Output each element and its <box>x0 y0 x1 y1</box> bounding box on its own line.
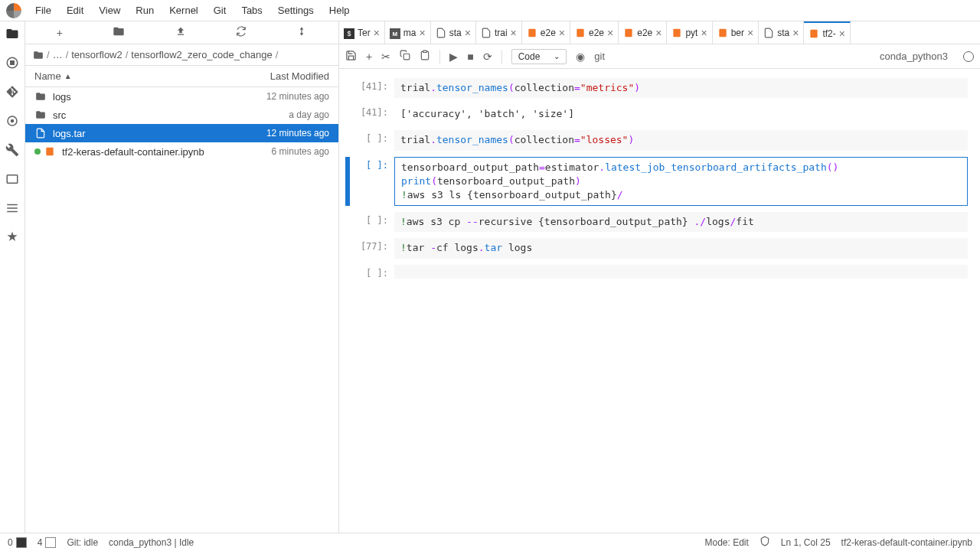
cell-content[interactable]: !aws s3 cp --recursive {tensorboard_outp… <box>394 212 968 232</box>
close-icon[interactable]: × <box>374 27 380 39</box>
file-row[interactable]: tf2-keras-default-container.ipynb6 minut… <box>25 142 338 161</box>
close-icon[interactable]: × <box>511 27 517 39</box>
tab[interactable]: e2e× <box>619 21 667 44</box>
tab[interactable]: ber× <box>713 21 760 44</box>
code-cell[interactable]: [ ]: <box>345 265 968 279</box>
git-label[interactable]: git <box>594 51 605 62</box>
add-cell-icon[interactable]: + <box>366 51 372 63</box>
cell-content[interactable] <box>394 265 968 279</box>
refresh-icon[interactable] <box>236 26 247 39</box>
status-trusted-icon[interactable] <box>760 536 770 549</box>
git-pull-icon[interactable] <box>296 26 307 39</box>
tab[interactable]: Mma× <box>385 21 431 44</box>
close-icon[interactable]: × <box>559 27 565 39</box>
code-cell[interactable]: [ ]:tensorboard_output_path=estimator.la… <box>345 157 968 207</box>
close-icon[interactable]: × <box>420 27 426 39</box>
extensions-icon[interactable] <box>5 230 20 245</box>
close-icon[interactable]: × <box>839 28 845 40</box>
save-icon[interactable] <box>345 50 357 64</box>
code-cell[interactable]: [ ]:!aws s3 cp --recursive {tensorboard_… <box>345 212 968 232</box>
menu-git[interactable]: Git <box>206 2 234 19</box>
new-folder-icon[interactable] <box>113 25 125 40</box>
svg-rect-6 <box>528 28 535 37</box>
cell-content[interactable]: trial.tensor_names(collection="losses") <box>394 130 968 150</box>
file-row[interactable]: logs12 minutes ago <box>25 87 338 106</box>
menu-help[interactable]: Help <box>322 2 358 19</box>
tab[interactable]: e2e× <box>522 21 570 44</box>
notebook-icon <box>623 28 634 38</box>
cell-type-label: Code <box>518 51 541 62</box>
breadcrumb-item[interactable]: tensorflow2 <box>71 49 122 60</box>
menu-run[interactable]: Run <box>128 2 162 19</box>
upload-icon[interactable] <box>175 26 186 39</box>
paste-icon[interactable] <box>420 50 430 63</box>
file-row[interactable]: srca day ago <box>25 106 338 124</box>
status-kernels[interactable]: 4 <box>38 537 57 548</box>
close-icon[interactable]: × <box>747 27 753 39</box>
file-list: logs12 minutes agosrca day agologs.tar12… <box>25 87 338 533</box>
status-git[interactable]: Git: idle <box>67 537 98 548</box>
command-icon[interactable]: ◉ <box>576 51 585 63</box>
close-icon[interactable]: × <box>792 27 799 39</box>
cell-content[interactable]: !tar -cf logs.tar logs <box>394 238 968 258</box>
menu-tabs[interactable]: Tabs <box>234 2 270 19</box>
copy-icon[interactable] <box>400 50 410 63</box>
code-cell[interactable]: [ ]:trial.tensor_names(collection="losse… <box>345 130 968 150</box>
cell-type-select[interactable]: Code ⌄ <box>511 49 567 64</box>
tab[interactable]: sta× <box>759 21 804 44</box>
toc-icon[interactable] <box>5 201 20 216</box>
menu-file[interactable]: File <box>28 2 59 19</box>
name-column[interactable]: Name <box>34 70 61 82</box>
commands-icon[interactable] <box>5 113 20 129</box>
output-cell[interactable]: [41]:['accuracy', 'batch', 'size'] <box>345 104 968 124</box>
status-terminals[interactable]: 0 <box>8 537 27 548</box>
notebook[interactable]: [41]:trial.tensor_names(collection="metr… <box>339 69 980 533</box>
cell-content[interactable]: tensorboard_output_path=estimator.latest… <box>394 157 968 207</box>
new-launcher-icon[interactable]: + <box>57 27 63 39</box>
menu-edit[interactable]: Edit <box>59 2 91 19</box>
tab[interactable]: tf2-× <box>804 21 851 44</box>
file-modified: 12 minutes ago <box>266 128 329 139</box>
tab[interactable]: pyt× <box>667 21 712 44</box>
file-modified: 6 minutes ago <box>272 146 329 157</box>
modified-column[interactable]: Last Modified <box>270 70 329 82</box>
close-icon[interactable]: × <box>465 27 471 39</box>
stop-icon[interactable]: ■ <box>467 51 473 63</box>
close-icon[interactable]: × <box>655 27 662 39</box>
status-kernel[interactable]: conda_python3 | Idle <box>109 537 194 548</box>
tabs-icon[interactable] <box>5 171 20 187</box>
restart-icon[interactable]: ⟳ <box>483 51 492 63</box>
menu-settings[interactable]: Settings <box>270 2 322 19</box>
breadcrumb-item[interactable]: tensorflow2_zero_code_change <box>131 49 272 60</box>
tab[interactable]: $Ter× <box>339 21 385 44</box>
breadcrumb[interactable]: / … / tensorflow2 / tensorflow2_zero_cod… <box>25 44 338 66</box>
run-icon[interactable]: ▶ <box>449 51 458 63</box>
breadcrumb-item[interactable]: … <box>53 49 63 60</box>
jupyter-logo <box>6 3 21 18</box>
menu-kernel[interactable]: Kernel <box>162 2 206 19</box>
cell-content[interactable]: ['accuracy', 'batch', 'size'] <box>394 104 968 124</box>
tab[interactable]: trai× <box>476 21 522 44</box>
build-icon[interactable] <box>5 142 20 158</box>
notebook-icon <box>671 28 682 38</box>
git-icon[interactable] <box>5 84 20 99</box>
kernel-name[interactable]: conda_python3 <box>880 51 948 62</box>
file-row[interactable]: logs.tar12 minutes ago <box>25 124 338 142</box>
tab[interactable]: sta× <box>431 21 476 44</box>
tab[interactable]: e2e× <box>570 21 619 44</box>
cell-content[interactable]: trial.tensor_names(collection="metrics") <box>394 78 968 98</box>
running-icon[interactable] <box>5 55 20 70</box>
close-icon[interactable]: × <box>607 27 613 39</box>
tab-label: ma <box>403 28 416 38</box>
kernel-indicator[interactable] <box>963 51 974 62</box>
cell-prompt: [41]: <box>351 78 394 98</box>
cut-icon[interactable]: ✂ <box>381 51 390 63</box>
menu-view[interactable]: View <box>91 2 128 19</box>
file-name: src <box>53 109 289 121</box>
code-cell[interactable]: [77]:!tar -cf logs.tar logs <box>345 238 968 258</box>
folder-icon[interactable] <box>5 26 20 41</box>
tab-label: tf2- <box>822 28 835 39</box>
code-cell[interactable]: [41]:trial.tensor_names(collection="metr… <box>345 78 968 98</box>
tab-label: e2e <box>637 28 652 38</box>
close-icon[interactable]: × <box>701 27 707 39</box>
